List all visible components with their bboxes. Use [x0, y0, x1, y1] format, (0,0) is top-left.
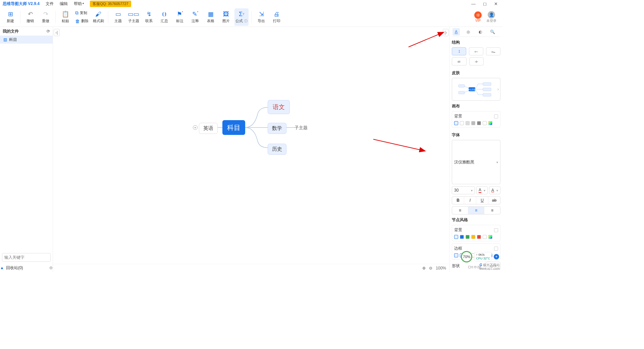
tab-outline[interactable]: ◎: [465, 28, 472, 36]
bg-swatch[interactable]: [494, 114, 498, 118]
bg-c2[interactable]: [460, 121, 464, 125]
skin-preview[interactable]: 中心主题 ›: [452, 78, 500, 101]
undo-button[interactable]: ↶撤销: [23, 8, 37, 26]
bold-button[interactable]: B: [452, 197, 464, 204]
perf-widget[interactable]: 70% ↑ 0K/s CPU 32°C +: [461, 251, 499, 262]
collapse-icon[interactable]: ⊖: [49, 265, 53, 270]
structure-4[interactable]: ⟚: [452, 57, 467, 65]
menu-help[interactable]: 帮助•: [74, 1, 84, 7]
avatar-icon[interactable]: 👤: [488, 11, 495, 18]
strike-button[interactable]: ab: [488, 197, 500, 204]
delete-button[interactable]: 🗑删除: [73, 17, 91, 25]
refresh-icon[interactable]: ⟳: [47, 29, 50, 34]
new-button[interactable]: ⊞新建: [3, 8, 17, 26]
tab-style[interactable]: A: [452, 28, 460, 36]
nb2[interactable]: [460, 235, 464, 239]
note-button[interactable]: ✎•注释: [188, 8, 202, 26]
text-color-select[interactable]: A▾: [476, 186, 488, 194]
recycle-bin[interactable]: ▲ 回收站(0) ⊖: [0, 264, 53, 272]
print-button[interactable]: 🖨打印: [270, 8, 284, 26]
tab-search[interactable]: 🔍: [489, 28, 496, 36]
menu-edit[interactable]: 编辑: [60, 1, 68, 7]
bg-c6[interactable]: [483, 121, 487, 125]
node-bg-swatch[interactable]: [494, 228, 498, 232]
collapse-left-handle[interactable]: ‹|: [54, 29, 60, 36]
zoom-out-icon[interactable]: ⊖: [429, 266, 432, 270]
redo-button[interactable]: ↷重做: [39, 8, 53, 26]
border-swatch[interactable]: [494, 247, 498, 251]
italic-button[interactable]: I: [464, 197, 476, 204]
nb3[interactable]: [466, 235, 470, 239]
format-painter-button[interactable]: 🖌格式刷: [91, 8, 105, 26]
bg-color-row: [454, 121, 498, 125]
structure-1[interactable]: ⟟: [452, 47, 466, 55]
window-close-icon[interactable]: ✕: [494, 1, 498, 6]
svg-rect-10: [459, 91, 465, 94]
structure-3[interactable]: ⌳: [486, 47, 500, 55]
center-node[interactable]: 科目: [222, 120, 245, 135]
app-title: 思维导图大师 V2.9.4: [3, 1, 40, 7]
qq-badge[interactable]: 客服QQ: 3576057727: [90, 1, 131, 7]
summary-button[interactable]: ⟬⟭汇总: [157, 8, 171, 26]
copy-button[interactable]: ⧉复制: [73, 9, 91, 17]
nb4[interactable]: [471, 235, 475, 239]
bg-c3[interactable]: [466, 121, 470, 125]
window-maximize-icon[interactable]: ◻: [483, 1, 487, 6]
node-bg-label: 背景: [454, 227, 493, 233]
nb6[interactable]: [483, 235, 487, 239]
bg-c4[interactable]: [471, 121, 475, 125]
mark-button[interactable]: ⚑•标注: [173, 8, 187, 26]
left-node[interactable]: 英语: [199, 123, 218, 134]
recycle-label: 回收站(0): [6, 265, 23, 271]
vip-icon[interactable]: ♔: [474, 11, 482, 19]
underline-button[interactable]: U: [476, 197, 488, 204]
nb7[interactable]: [488, 235, 492, 239]
subtopic-button[interactable]: ▭▭子主题: [126, 8, 141, 26]
panel-right: A ◎ ◐ 🔍 结构 ⟟ ⟜ ⌳ ⟚ ⟛ 皮肤 中心主题 › 画布 背景: [449, 27, 502, 272]
bg-c1[interactable]: [454, 121, 458, 125]
menu-file[interactable]: 文件: [46, 1, 54, 7]
bd1[interactable]: [454, 253, 458, 257]
perf-plus-icon[interactable]: +: [494, 254, 499, 259]
file-item[interactable]: ▧ 科目: [0, 36, 53, 44]
bg-label: 背景: [454, 113, 493, 119]
image-button[interactable]: 🖼图片: [219, 8, 233, 26]
bg-c5[interactable]: [477, 121, 481, 125]
child-node-3[interactable]: 历史: [268, 144, 286, 155]
chevron-right-icon: ›: [497, 87, 499, 92]
tab-theme[interactable]: ◐: [477, 28, 484, 36]
structure-5[interactable]: ⟛: [469, 57, 484, 65]
nb1[interactable]: [454, 235, 458, 239]
search-input[interactable]: 🔍: [2, 253, 51, 262]
structure-2[interactable]: ⟜: [469, 47, 483, 55]
nb5[interactable]: [477, 235, 481, 239]
child-node-1[interactable]: 语文: [268, 100, 290, 114]
svg-text:中心主题: 中心主题: [468, 88, 476, 91]
mindmap-file-icon: ▧: [3, 37, 7, 42]
font-size-select[interactable]: 30▾: [452, 186, 475, 194]
export-button[interactable]: ⇲导出: [254, 8, 268, 26]
align-center-button[interactable]: ≡: [468, 207, 484, 214]
align-right-button[interactable]: ≡: [484, 207, 500, 214]
drive-icon: ▲: [0, 265, 4, 270]
watermark: G 极光下载站 www.xz7.com: [479, 263, 500, 270]
sidebar-left: 我的文件 ⟳ ▧ 科目 🔍 ▲ 回收站(0) ⊖: [0, 27, 53, 272]
paste-button[interactable]: 📋粘贴: [58, 8, 72, 26]
table-button[interactable]: ▦表格: [204, 8, 218, 26]
collapse-right-handle[interactable]: |›: [443, 29, 449, 36]
highlight-color-select[interactable]: A▾: [489, 186, 500, 194]
relation-button[interactable]: ↯联系: [142, 8, 156, 26]
locate-icon[interactable]: ⊕: [422, 266, 426, 270]
leaf-node[interactable]: 子主题: [294, 125, 308, 131]
bg-custom[interactable]: [488, 121, 492, 125]
child-node-2[interactable]: 数学: [268, 123, 286, 134]
window-minimize-icon[interactable]: —: [471, 1, 476, 6]
status-bar: ⊕ ⊖ 100%: [53, 264, 449, 272]
formula-button[interactable]: Σ?公式 ⓘ: [234, 8, 249, 26]
align-left-button[interactable]: ≡: [452, 207, 468, 214]
expand-left-icon[interactable]: +: [193, 125, 198, 130]
section-structure: 结构: [452, 40, 500, 45]
canvas[interactable]: 科目 语文 数学 历史 英语 + 子主题: [53, 27, 449, 272]
font-family-select[interactable]: 汉仪雅酷黑▾: [452, 140, 500, 184]
topic-button[interactable]: ▭主题: [111, 8, 125, 26]
